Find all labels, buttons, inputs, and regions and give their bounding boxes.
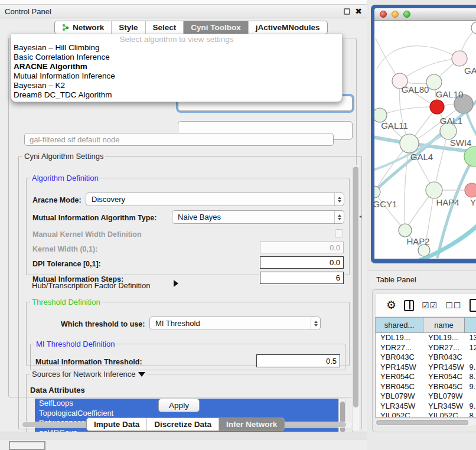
tab-select[interactable]: Select	[146, 21, 184, 34]
deselect-all-icon[interactable]: ☐☐	[445, 301, 461, 310]
float-panel-icon[interactable]	[344, 8, 350, 15]
kernel-width-input[interactable]	[260, 242, 344, 253]
node-label: GCY1	[374, 199, 397, 209]
minimized-panel-button[interactable]	[9, 441, 45, 450]
select-all-icon[interactable]: ☑☑	[422, 301, 438, 310]
aracne-mode-combobox[interactable]: Discovery	[86, 193, 344, 206]
stepper-icon[interactable]	[311, 317, 320, 330]
network-node[interactable]	[471, 22, 476, 34]
expand-right-icon[interactable]	[174, 280, 178, 287]
network-node[interactable]	[452, 51, 467, 66]
node-label: HAP2	[406, 236, 429, 246]
table-cell: YIL052C	[423, 411, 465, 418]
new-table-icon[interactable]	[470, 299, 476, 312]
tab-infer-network[interactable]: Infer Network	[219, 418, 284, 431]
columns-icon[interactable]	[404, 300, 414, 311]
table-cell: YBL079W	[423, 392, 465, 402]
mi-threshold-definition-group: MI Threshold Definition Mutual Informati…	[30, 340, 345, 370]
stepper-icon[interactable]	[334, 211, 344, 223]
algorithm-dropdown-placeholder: Select algorithm to view settings	[11, 34, 342, 43]
network-node[interactable]	[465, 183, 476, 197]
table-row[interactable]: YPR145WYPR145W9.	[376, 363, 476, 373]
control-panel: Control Panel ✖ NetworkStyleSelectCyni T…	[0, 0, 367, 450]
apply-button[interactable]: Apply	[158, 399, 200, 412]
table-row[interactable]: YIL052CYIL052C8.	[376, 411, 476, 418]
mi-threshold-input[interactable]	[256, 354, 340, 367]
table-cell: 8.	[465, 372, 476, 382]
settings-vertical-scrollbar[interactable]	[352, 165, 359, 430]
table-cell: 13	[465, 333, 476, 343]
table-cell: YIL052C	[376, 411, 423, 418]
mi-algorithm-type-combobox[interactable]: Naive Bayes	[172, 210, 344, 224]
close-window-icon[interactable]	[380, 11, 387, 18]
zoom-window-icon[interactable]	[403, 11, 410, 18]
close-panel-icon[interactable]: ✖	[355, 8, 362, 15]
table-row[interactable]: YLR345WYLR345W9.	[376, 402, 476, 412]
table-cell	[465, 392, 476, 402]
node-label: HAP4	[436, 197, 459, 207]
mi-threshold-definition-title: MI Threshold Definition	[34, 340, 116, 348]
gear-icon[interactable]: ⚙	[386, 299, 396, 311]
network-window-titlebar[interactable]	[374, 8, 476, 21]
network-edge[interactable]	[380, 107, 437, 115]
table-cell: YBR043C	[423, 353, 465, 363]
bottom-strip	[0, 432, 367, 440]
column-header[interactable]	[465, 318, 476, 332]
node-label: GAL1	[440, 116, 462, 126]
algorithm-option[interactable]: ARACNE Algorithm	[11, 62, 342, 71]
stepper-icon[interactable]	[334, 193, 344, 206]
tab-jactivemnodules[interactable]: jActiveMNodules	[249, 21, 327, 34]
network-selector-combobox[interactable]: gal-filtered sif default node	[24, 133, 334, 146]
column-header[interactable]: shared...	[376, 318, 423, 332]
table-row[interactable]: YDL19...YDL19...13	[376, 333, 476, 343]
algorithm-option[interactable]: Dream8 DC_TDC Algorithm	[11, 90, 342, 100]
network-edge[interactable]	[374, 192, 405, 230]
network-graph[interactable]: GALGAL80GAL10GAL1GAL11SWI4GAL4GCY1HAP4YH…	[374, 21, 476, 259]
column-header[interactable]: name	[423, 318, 465, 332]
which-threshold-combobox[interactable]: MI Threshold	[149, 317, 321, 330]
network-view-window: GALGAL80GAL10GAL1GAL11SWI4GAL4GCY1HAP4YH…	[371, 5, 476, 263]
minimize-window-icon[interactable]	[392, 11, 399, 18]
dpi-tolerance-label: DPI Tolerance [0,1]:	[32, 260, 101, 268]
table-row[interactable]: YER054CYER054C8.	[376, 372, 476, 382]
algorithm-option[interactable]: Bayesian – Hill Climbing	[11, 43, 342, 53]
tab-style[interactable]: Style	[112, 21, 145, 34]
network-canvas[interactable]: GALGAL80GAL10GAL1GAL11SWI4GAL4GCY1HAP4YH…	[374, 21, 476, 259]
table-row[interactable]: YBL079WYBL079W	[376, 392, 476, 402]
table-row[interactable]: YBR045CYBR045C9.	[376, 382, 476, 392]
network-edge[interactable]	[377, 46, 459, 69]
network-node[interactable]	[426, 182, 442, 198]
table-cell: 12	[465, 343, 476, 353]
network-node[interactable]	[400, 134, 419, 153]
tab-network[interactable]: Network	[55, 21, 112, 34]
mi-algorithm-type-label: Mutual Information Algorithm Type:	[32, 214, 157, 222]
tab-impute-data[interactable]: Impute Data	[87, 418, 147, 431]
algorithm-definition-group: Algorithm Definition Aracne Mode: Discov…	[26, 174, 350, 275]
table-horizontal-scrollbar[interactable]	[375, 419, 476, 426]
node-attribute-table[interactable]: shared...name YDL19...YDL19...13YDR27...…	[375, 317, 476, 418]
manual-kernel-width-checkbox[interactable]	[335, 229, 343, 237]
tab-discretize-data[interactable]: Discretize Data	[147, 418, 219, 431]
network-icon	[62, 24, 70, 31]
node-label: GAL10	[436, 89, 464, 99]
algorithm-option[interactable]: Basic Correlation Inference	[11, 53, 342, 62]
collapse-down-icon[interactable]	[138, 372, 145, 377]
kernel-width-label: Kernel Width (0,1):	[32, 245, 97, 253]
node-label: SWI4	[450, 138, 472, 148]
network-node[interactable]	[430, 100, 444, 114]
table-cell: YDL19...	[423, 333, 465, 343]
mi-steps-input[interactable]	[260, 272, 344, 284]
table-cell	[465, 353, 476, 363]
table-row[interactable]: YDR27...YDR27...12	[376, 343, 476, 353]
tab-cyni-toolbox[interactable]: Cyni Toolbox	[184, 21, 249, 34]
table-row[interactable]: YBR043CYBR043C	[376, 353, 476, 363]
network-node[interactable]	[418, 244, 430, 256]
data-attributes-label: Data Attributes	[30, 386, 85, 394]
network-node[interactable]	[399, 224, 412, 237]
aracne-mode-label: Aracne Mode:	[32, 196, 81, 204]
table-panel: ⚙ ☑☑ ☐☐ shared...name YDL19...YDL19...13…	[372, 289, 476, 432]
algorithm-option[interactable]: Mutual Information Inference	[11, 71, 342, 81]
splitter-handle-icon[interactable]: ◂	[359, 214, 363, 219]
algorithm-option[interactable]: Bayesian – K2	[11, 81, 342, 90]
dpi-tolerance-input[interactable]	[260, 256, 344, 269]
